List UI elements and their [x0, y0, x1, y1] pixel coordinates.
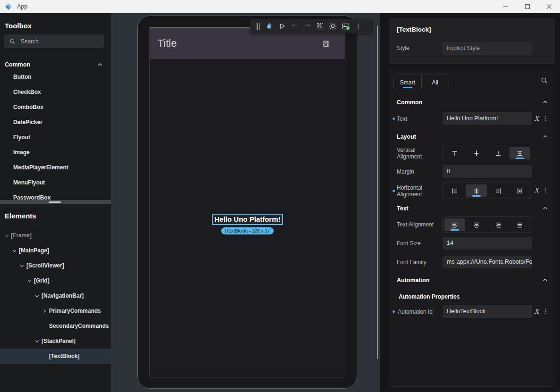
chevron-down-icon[interactable] — [4, 233, 10, 239]
chevron-up-icon[interactable] — [542, 205, 548, 211]
section-automation[interactable]: Automation — [397, 277, 429, 284]
selection-overlay: Hello Uno Platform! [TextBlock] - 128 x … — [150, 214, 345, 234]
designer-toolbar: ⋮ — [250, 19, 373, 33]
tree-item-secondarycommands[interactable]: SecondaryCommands — [0, 318, 111, 334]
chevron-up-icon[interactable] — [542, 133, 548, 140]
chevron-down-icon[interactable] — [34, 338, 40, 344]
modified-dot — [393, 310, 395, 313]
tree-item-frame[interactable]: [Frame] — [0, 228, 111, 243]
selected-element-name: [TextBlock] — [397, 26, 431, 33]
properties-panel: [TextBlock] Style Implicit Style Smart A… — [380, 13, 560, 392]
halign-right-button[interactable] — [488, 184, 509, 197]
halign-markup-actions: X ⋮ — [534, 186, 549, 194]
hot-design-flame-icon[interactable] — [263, 19, 276, 33]
markup-extension-icon[interactable]: X — [534, 186, 539, 194]
minimize-button[interactable] — [495, 0, 517, 13]
toolbox-item-combobox[interactable]: ComboBox — [0, 100, 111, 115]
text-markup-actions: X ⋮ — [534, 115, 549, 122]
more-menu-icon[interactable]: ⋮ — [352, 19, 365, 33]
margin-input[interactable]: 0 — [443, 165, 532, 178]
toolbox-item-flyout[interactable]: Flyout — [0, 130, 111, 145]
server-connected-icon[interactable] — [339, 19, 352, 33]
chevron-down-icon[interactable] — [34, 293, 40, 299]
style-input[interactable]: Implicit Style — [443, 42, 532, 55]
valign-center-button[interactable] — [466, 147, 487, 159]
more-menu-icon[interactable]: ⋮ — [543, 116, 549, 121]
maximize-button[interactable] — [517, 0, 538, 13]
device-screen[interactable]: Title Hello Uno Platform! [TextBlock] - … — [150, 27, 345, 377]
elements-title: Elements — [5, 212, 36, 220]
markup-extension-icon[interactable]: X — [534, 308, 539, 315]
toolbox-item-image[interactable]: Image — [0, 145, 111, 160]
chevron-up-icon[interactable] — [542, 99, 548, 105]
section-layout[interactable]: Layout — [397, 133, 416, 140]
undo-icon[interactable] — [288, 19, 301, 33]
tree-item-label: PrimaryCommands — [49, 308, 101, 314]
element-header-card: [TextBlock] Style Implicit Style — [389, 18, 555, 64]
toolbox-item-menuflyout[interactable]: MenuFlyout — [0, 175, 111, 190]
automation-id-input[interactable]: HelloTextBlock — [443, 305, 532, 318]
tab-all[interactable]: All — [421, 75, 449, 90]
tree-item-navigationbar[interactable]: [NavigationBar] — [0, 288, 111, 303]
chevron-up-icon[interactable] — [542, 277, 548, 283]
chevron-right-icon[interactable] — [42, 308, 48, 314]
font-size-input[interactable]: 14 — [443, 237, 532, 250]
tab-smart[interactable]: Smart — [394, 75, 421, 90]
text-align-right-button[interactable] — [488, 218, 509, 231]
redo-icon[interactable] — [301, 19, 314, 33]
toolbox-horizontal-scrollbar[interactable] — [0, 200, 111, 204]
properties-card: Smart All Common Text Hello Uno Platform… — [389, 69, 555, 387]
tree-item-mainpage[interactable]: [MainPage] — [0, 243, 111, 258]
text-label: Text — [397, 116, 407, 122]
canvas-vertical-scrollbar[interactable] — [377, 26, 378, 359]
toolbox-item-list: Button CheckBox ComboBox DatePicker Flyo… — [0, 69, 111, 205]
play-icon[interactable] — [276, 19, 288, 33]
text-align-justify-button[interactable] — [510, 218, 530, 231]
tree-item-primarycommands[interactable]: PrimaryCommands — [0, 303, 111, 318]
halign-stretch-button[interactable] — [510, 184, 530, 197]
toolbox-search[interactable] — [4, 34, 104, 48]
tree-item-scrollviewer[interactable]: [ScrollViewer] — [0, 258, 111, 273]
window-titlebar: App — [0, 0, 560, 13]
more-menu-icon[interactable]: ⋮ — [543, 187, 549, 193]
markup-extension-icon[interactable]: X — [534, 115, 539, 122]
valign-top-button[interactable] — [444, 147, 465, 159]
search-icon[interactable] — [541, 77, 548, 84]
more-menu-icon[interactable]: ⋮ — [543, 309, 549, 314]
search-icon — [9, 38, 16, 45]
section-label: Common — [5, 61, 30, 68]
elements-tree: [Frame] [MainPage] [ScrollViewer] [Grid]… — [0, 228, 111, 364]
tree-item-label: [StackPanel] — [42, 338, 75, 344]
toolbox-item-button[interactable]: Button — [0, 69, 111, 84]
section-common[interactable]: Common — [397, 99, 422, 106]
toolbar-drag-handle[interactable] — [254, 19, 262, 33]
scrollbar-thumb[interactable] — [49, 201, 61, 203]
margin-label: Margin — [397, 168, 414, 175]
text-alignment-label: Text Alignment — [397, 221, 434, 228]
halign-left-button[interactable] — [444, 184, 465, 197]
close-button[interactable] — [538, 0, 560, 13]
chevron-down-icon[interactable] — [26, 278, 33, 284]
text-input[interactable]: Hello Uno Platform! — [443, 112, 532, 125]
toolbox-item-datepicker[interactable]: DatePicker — [0, 115, 111, 130]
search-input[interactable] — [21, 38, 96, 45]
save-icon[interactable] — [322, 39, 331, 48]
chevron-down-icon[interactable] — [11, 248, 17, 254]
tree-item-textblock[interactable]: [TextBlock] — [0, 349, 111, 364]
theme-brightness-icon[interactable] — [326, 19, 339, 33]
halign-center-button[interactable] — [466, 184, 487, 197]
tree-item-stackpanel[interactable]: [StackPanel] — [0, 334, 111, 349]
tree-item-grid[interactable]: [Grid] — [0, 273, 111, 288]
toolbox-item-mediaplayerelement[interactable]: MediaPlayerElement — [0, 160, 111, 175]
section-text[interactable]: Text — [397, 205, 409, 212]
text-align-center-button[interactable] — [466, 218, 487, 231]
valign-stretch-button[interactable] — [510, 147, 530, 159]
toolbox-item-checkbox[interactable]: CheckBox — [0, 84, 111, 100]
selected-textblock[interactable]: Hello Uno Platform! — [212, 214, 283, 225]
text-align-left-button[interactable] — [444, 218, 465, 231]
text-alignment-group — [443, 217, 532, 233]
font-family-input[interactable]: ms-appx:///Uno.Fonts.Roboto/Font — [443, 256, 532, 268]
valign-bottom-button[interactable] — [488, 147, 509, 159]
chevron-down-icon[interactable] — [19, 263, 25, 269]
inspect-element-icon[interactable] — [314, 19, 326, 33]
